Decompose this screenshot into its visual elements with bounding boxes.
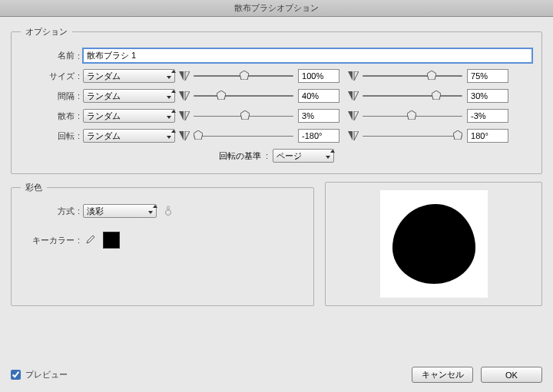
rotation-slider-1[interactable] [194, 129, 293, 143]
preview-checkbox-input[interactable] [11, 370, 21, 380]
spacing-value-1[interactable] [298, 89, 339, 103]
flip-h-icon[interactable] [178, 70, 190, 82]
svg-marker-5 [407, 110, 416, 120]
spacing-label: 間隔 [21, 91, 78, 102]
rotation-mode-select[interactable]: ランダム [83, 129, 175, 143]
size-value-1[interactable] [298, 69, 339, 83]
rotation-basis-label: 回転の基準 [219, 150, 261, 162]
scatter-label: 散布 [21, 110, 78, 122]
svg-rect-9 [167, 206, 170, 209]
method-select[interactable]: 淡彩 [83, 204, 157, 218]
flip-h-icon-8[interactable] [347, 130, 359, 142]
spacing-value-2[interactable] [467, 89, 508, 103]
tip-icon[interactable] [163, 205, 174, 217]
name-input[interactable] [83, 48, 532, 63]
method-label: 方式 [21, 206, 78, 217]
size-slider-2[interactable] [363, 69, 462, 83]
scatter-value-2[interactable] [467, 109, 508, 123]
size-slider-1[interactable] [194, 69, 293, 83]
window-title: 散布ブラシオプション [0, 0, 553, 17]
spacing-slider-2[interactable] [363, 89, 462, 103]
size-label: サイズ [21, 71, 78, 82]
ok-button[interactable]: OK [481, 367, 542, 383]
spacing-mode-select[interactable]: ランダム [83, 89, 175, 103]
spacing-slider-1[interactable] [194, 89, 293, 103]
size-value-2[interactable] [467, 69, 508, 83]
size-mode-select[interactable]: ランダム [83, 69, 175, 83]
options-group: オプション 名前 : サイズ : ランダム 間隔 : ランダム 散布 : ランダ… [11, 26, 542, 174]
flip-h-icon-5[interactable] [178, 110, 190, 122]
svg-marker-0 [240, 71, 249, 80]
keycolor-swatch[interactable] [103, 232, 120, 249]
svg-marker-6 [194, 130, 203, 140]
preview-panel [325, 182, 542, 306]
flip-h-icon-4[interactable] [347, 90, 359, 102]
scatter-slider-2[interactable] [363, 109, 462, 123]
color-legend: 彩色 [21, 182, 47, 193]
rotation-basis-select[interactable]: ページ [273, 149, 334, 163]
preview-checkbox[interactable]: プレビュー [11, 369, 68, 380]
brush-shape [392, 204, 475, 284]
svg-marker-4 [240, 110, 250, 120]
flip-h-icon-3[interactable] [178, 90, 190, 102]
color-group: 彩色 方式 : 淡彩 キーカラー : [11, 182, 314, 306]
scatter-mode-select[interactable]: ランダム [83, 109, 175, 123]
svg-marker-1 [427, 71, 436, 80]
svg-marker-2 [217, 91, 226, 100]
flip-h-icon-7[interactable] [178, 130, 190, 142]
rotation-value-2[interactable] [467, 129, 508, 143]
flip-h-icon-6[interactable] [347, 110, 359, 122]
svg-marker-7 [453, 130, 462, 140]
options-legend: オプション [21, 26, 72, 38]
scatter-slider-1[interactable] [194, 109, 293, 123]
rotation-value-1[interactable] [298, 129, 339, 143]
keycolor-label: キーカラー [21, 235, 78, 246]
svg-marker-3 [432, 91, 441, 100]
flip-h-icon-2[interactable] [347, 70, 359, 82]
preview-canvas [380, 190, 488, 298]
scatter-value-1[interactable] [298, 109, 339, 123]
svg-point-8 [166, 210, 171, 216]
eyedropper-icon[interactable] [83, 233, 97, 247]
rotation-label: 回転 [21, 130, 78, 142]
rotation-slider-2[interactable] [363, 129, 462, 143]
cancel-button[interactable]: キャンセル [412, 367, 473, 383]
name-label: 名前 [21, 50, 78, 61]
